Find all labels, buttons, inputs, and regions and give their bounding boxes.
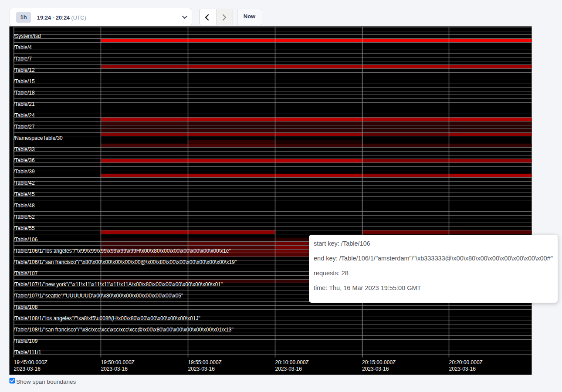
svg-text:/Table/55: /Table/55 bbox=[14, 225, 35, 231]
svg-text:/Table/7: /Table/7 bbox=[14, 56, 32, 62]
svg-text:20:20:00.000Z: 20:20:00.000Z bbox=[449, 359, 483, 365]
svg-text:/Table/52: /Table/52 bbox=[14, 214, 35, 220]
svg-text:2023-03-16: 2023-03-16 bbox=[14, 366, 41, 372]
svg-text:/Table/106: /Table/106 bbox=[14, 237, 38, 243]
svg-text:/Table/4: /Table/4 bbox=[14, 44, 32, 51]
svg-text:/Table/107: /Table/107 bbox=[14, 270, 38, 277]
svg-text:/Table/106/1/"san francisco"/": /Table/106/1/"san francisco"/"\x80\x00\x… bbox=[14, 259, 237, 265]
svg-text:/Table/12: /Table/12 bbox=[14, 67, 35, 73]
svg-text:19:50:00.000Z: 19:50:00.000Z bbox=[101, 359, 135, 365]
svg-text:/NamespaceTable/30: /NamespaceTable/30 bbox=[14, 135, 63, 141]
svg-text:20:10:00.000Z: 20:10:00.000Z bbox=[275, 359, 309, 365]
svg-text:/Table/108/1/"san francisco"/": /Table/108/1/"san francisco"/"\x8c\xcc\x… bbox=[14, 327, 234, 333]
svg-text:/Table/21: /Table/21 bbox=[14, 101, 35, 107]
svg-text:19:45:00.000Z: 19:45:00.000Z bbox=[14, 359, 47, 365]
svg-text:/Table/24: /Table/24 bbox=[14, 112, 35, 118]
svg-text:/Table/27: /Table/27 bbox=[14, 124, 35, 130]
svg-text:20:15:00.000Z: 20:15:00.000Z bbox=[362, 359, 396, 365]
svg-text:2023-03-16: 2023-03-16 bbox=[188, 366, 215, 372]
svg-text:/Table/48: /Table/48 bbox=[14, 203, 35, 209]
svg-text:/System/tsd: /System/tsd bbox=[14, 33, 41, 39]
svg-text:/Table/15: /Table/15 bbox=[14, 78, 35, 84]
svg-text:2023-03-16: 2023-03-16 bbox=[362, 366, 389, 372]
svg-text:2023-03-16: 2023-03-16 bbox=[275, 366, 302, 372]
svg-text:/Table/107/1/"seattle"/"UUUUUU: /Table/107/1/"seattle"/"UUUUUUD\x00\x80\… bbox=[14, 293, 183, 299]
svg-text:/Table/33: /Table/33 bbox=[14, 146, 35, 152]
svg-text:/Table/42: /Table/42 bbox=[14, 180, 35, 186]
svg-text:/Table/39: /Table/39 bbox=[14, 169, 35, 175]
svg-text:/Table/111/1: /Table/111/1 bbox=[14, 349, 41, 355]
svg-text:/Table/106/1/"los angeles"/"\x: /Table/106/1/"los angeles"/"\x99\x99\x99… bbox=[14, 248, 231, 254]
svg-text:2023-03-16: 2023-03-16 bbox=[449, 366, 476, 372]
svg-text:/Table/109: /Table/109 bbox=[14, 338, 38, 344]
svg-text:19:55:00.000Z: 19:55:00.000Z bbox=[188, 359, 222, 365]
svg-text:/Table/18: /Table/18 bbox=[14, 90, 35, 96]
svg-text:/Table/108: /Table/108 bbox=[14, 304, 38, 310]
svg-text:/Table/107/1/"new york"/"\x11\: /Table/107/1/"new york"/"\x11\x11\x11\x1… bbox=[14, 281, 223, 287]
svg-text:/Table/36: /Table/36 bbox=[14, 157, 35, 163]
svg-text:2023-03-16: 2023-03-16 bbox=[101, 366, 128, 372]
svg-text:/Table/45: /Table/45 bbox=[14, 191, 35, 197]
svg-text:/Table/108/1/"los angeles"/"\x: /Table/108/1/"los angeles"/"\xa8\xf5\u00… bbox=[14, 315, 200, 321]
